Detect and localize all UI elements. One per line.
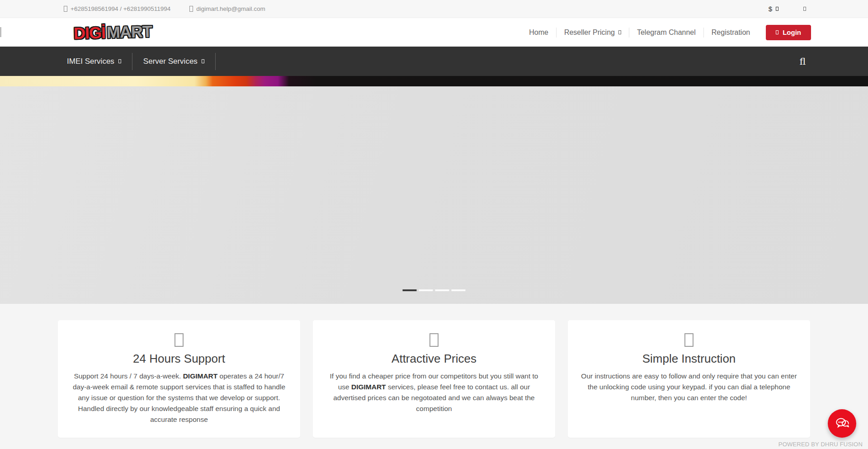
topbar: +6285198561994 / +6281990511994 digimart…: [0, 0, 868, 18]
nav-home-label: Home: [529, 28, 548, 37]
nav-telegram-channel[interactable]: Telegram Channel: [629, 28, 703, 37]
digimart-homepage: +6285198561994 / +6281990511994 digimart…: [0, 0, 868, 449]
chevron-down-icon: [202, 59, 204, 63]
chevron-down-icon: [118, 59, 121, 63]
nav-registration-label: Registration: [712, 28, 750, 37]
content: 24 Hours Support Support 24 hours / 7 da…: [0, 304, 868, 449]
header: DIGİMART Home Reseller Pricing Telegram …: [0, 18, 868, 47]
logo[interactable]: DIGİMART: [73, 22, 152, 43]
chat-bubbles-icon: [834, 416, 850, 432]
nav-reseller-pricing[interactable]: Reseller Pricing: [557, 28, 629, 37]
currency-symbol: $: [769, 5, 772, 13]
support-icon: [175, 333, 184, 347]
nav-server-services[interactable]: Server Services: [143, 57, 204, 66]
imei-services-label: IMEI Services: [67, 57, 114, 66]
feature-title: Attractive Prices: [325, 352, 543, 366]
nav-registration[interactable]: Registration: [704, 28, 758, 37]
nav-reseller-label: Reseller Pricing: [564, 28, 615, 37]
main-nav: Home Reseller Pricing Telegram Channel R…: [521, 25, 811, 40]
next-cards-row: [0, 438, 868, 449]
logo-digi: DIGİ: [73, 23, 105, 43]
feature-text-bold: DIGIMART: [183, 372, 218, 380]
prices-icon: [429, 333, 439, 347]
nav-telegram-label: Telegram Channel: [637, 28, 696, 37]
login-icon: [776, 30, 778, 34]
login-button[interactable]: Login: [766, 25, 811, 40]
feature-title: 24 Hours Support: [70, 352, 288, 366]
phone-contact[interactable]: +6285198561994 / +6281990511994: [64, 5, 170, 12]
carousel-indicator-2[interactable]: [419, 289, 433, 291]
feature-text: If you find a cheaper price from our com…: [325, 371, 543, 414]
powered-by-label: POWERED BY DHRU FUSION: [778, 441, 863, 448]
feature-text-bold: DIGIMART: [351, 383, 386, 391]
phone-number: +6285198561994 / +6281990511994: [71, 5, 170, 12]
topbar-contacts: +6285198561994 / +6281990511994 digimart…: [64, 5, 265, 12]
feature-text: Our instructions are easy to follow and …: [580, 371, 798, 403]
hero-carousel: [0, 86, 868, 304]
nav-home[interactable]: Home: [521, 28, 556, 37]
feature-cards: 24 Hours Support Support 24 hours / 7 da…: [0, 304, 868, 438]
carousel-indicator-4[interactable]: [452, 289, 466, 291]
feature-card-instruction: Simple Instruction Our instructions are …: [568, 320, 810, 438]
nav-imei-services[interactable]: IMEI Services: [67, 57, 121, 66]
divider: [132, 53, 132, 70]
carousel-indicators: [403, 289, 466, 291]
icon-wrap: [580, 332, 798, 348]
feature-title: Simple Instruction: [580, 352, 798, 366]
feature-text-before: Support 24 hours / 7 days-a-week.: [74, 372, 183, 380]
topbar-controls: $: [769, 5, 806, 13]
services-nav: IMEI Services Server Services fl: [0, 47, 868, 76]
login-label: Login: [783, 28, 801, 36]
chat-button[interactable]: [828, 409, 856, 438]
search-icon[interactable]: fl: [800, 56, 806, 67]
language-selector-icon[interactable]: [803, 7, 806, 11]
feature-card-support: 24 Hours Support Support 24 hours / 7 da…: [58, 320, 300, 438]
logo-mart: MART: [106, 22, 152, 42]
carousel-indicator-1[interactable]: [403, 289, 417, 291]
email-address: digimart.help@gmail.com: [196, 5, 265, 12]
chevron-down-icon: [618, 30, 621, 34]
currency-selector[interactable]: $: [769, 5, 778, 13]
carousel-image-strip: [0, 76, 868, 86]
email-icon: [189, 6, 193, 12]
server-services-label: Server Services: [143, 57, 198, 66]
chevron-down-icon: [776, 7, 778, 11]
carousel-indicator-3[interactable]: [435, 289, 449, 291]
icon-wrap: [325, 332, 543, 348]
divider: [215, 53, 216, 70]
phone-icon: [64, 6, 67, 12]
feature-card-prices: Attractive Prices If you find a cheaper …: [313, 320, 555, 438]
feature-text-before: Our instructions are easy to follow and …: [581, 372, 797, 402]
email-contact[interactable]: digimart.help@gmail.com: [189, 5, 265, 12]
icon-wrap: [70, 332, 288, 348]
feature-text: Support 24 hours / 7 days-a-week. DIGIMA…: [70, 371, 288, 425]
left-edge-bar: [0, 27, 1, 37]
instruction-icon: [684, 333, 693, 347]
